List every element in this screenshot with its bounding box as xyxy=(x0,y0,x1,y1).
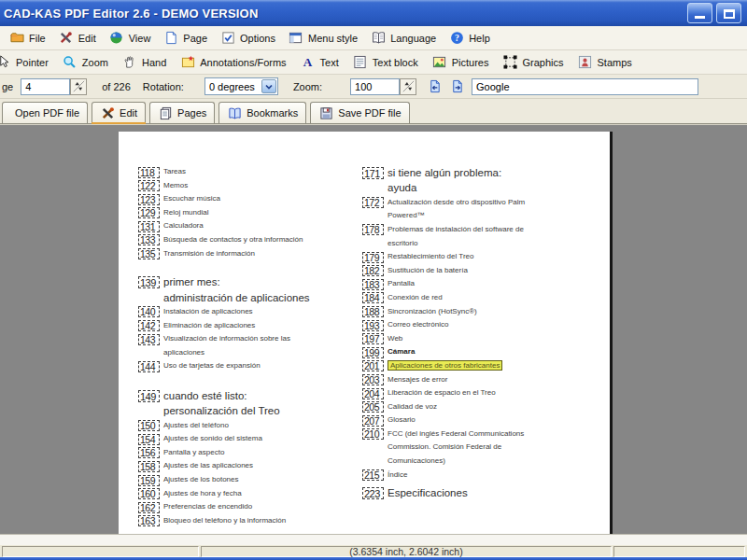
toc-page-link[interactable]: 188 xyxy=(362,306,384,317)
toc-page-link[interactable]: 171 xyxy=(362,167,384,179)
tool-pointer[interactable]: Pointer xyxy=(0,53,54,72)
menu-item-page[interactable]: Page xyxy=(160,29,215,48)
tab-save-pdf-file[interactable]: Save PDF file xyxy=(310,102,409,123)
search-input[interactable] xyxy=(472,78,698,95)
next-page-button[interactable] xyxy=(447,77,466,96)
toc-entry-text: Powered™ xyxy=(388,209,525,223)
toc-page-link[interactable]: 135 xyxy=(138,248,160,259)
page-number-input[interactable] xyxy=(21,78,70,95)
edit-tools-icon xyxy=(100,105,115,120)
zoom-input[interactable] xyxy=(350,78,400,95)
tool-text[interactable]: AText xyxy=(297,53,345,72)
toc-page-link[interactable]: 184 xyxy=(362,292,384,303)
toc-page-link[interactable]: 223 xyxy=(362,487,384,499)
toc-page-link[interactable]: 142 xyxy=(138,320,160,331)
page-count-label: of 226 xyxy=(102,81,131,92)
toc-page-link[interactable]: 204 xyxy=(362,388,384,399)
tab-open-pdf-file[interactable]: Open PDF file xyxy=(2,102,88,123)
tab-bookmarks[interactable]: Bookmarks xyxy=(218,102,306,123)
toc-page-link[interactable]: 159 xyxy=(138,475,160,486)
toc-page-link[interactable]: 183 xyxy=(362,279,384,290)
tool-stamps[interactable]: Stamps xyxy=(574,53,638,72)
menu-item-label: View xyxy=(129,33,151,44)
tab-pages[interactable]: Pages xyxy=(149,102,215,123)
toc-page-link[interactable]: 205 xyxy=(362,401,384,413)
prev-page-button[interactable] xyxy=(425,77,444,96)
menu-item-language[interactable]: Language xyxy=(367,29,444,48)
toc-entry-lines: primer mes:administración de aplicacione… xyxy=(163,274,310,305)
toc-entry-text: si tiene algún problema: xyxy=(388,165,501,180)
page-spinner-button[interactable] xyxy=(70,78,87,95)
toc-entry-text: Uso de tarjetas de expansión xyxy=(163,359,261,373)
toc-entry-text: Correo electrónico xyxy=(388,318,448,332)
zoom-spinner-button[interactable] xyxy=(400,78,416,95)
toc-page-link[interactable]: 143 xyxy=(138,334,160,345)
toc-page-link[interactable]: 144 xyxy=(138,361,160,372)
toc-page-link[interactable]: 118 xyxy=(138,167,160,178)
menu-item-label: Page xyxy=(183,33,207,44)
tool-zoom[interactable]: Zoom xyxy=(59,53,114,72)
minimize-button[interactable] xyxy=(687,3,712,23)
toc-page-link[interactable]: 131 xyxy=(138,221,160,232)
maximize-button[interactable] xyxy=(716,3,741,23)
title-bar[interactable]: CAD-KAS PDF Editor 2.6 - DEMO VERSION xyxy=(0,0,747,26)
tool-label: Stamps xyxy=(598,57,632,68)
tool-label: Graphics xyxy=(522,57,563,68)
toc-page-link[interactable]: 154 xyxy=(138,434,160,445)
text-block-icon xyxy=(353,55,368,70)
stamps-icon xyxy=(578,55,593,70)
menu-item-menu-style[interactable]: Menu style xyxy=(285,29,365,48)
toc-page-link[interactable]: 133 xyxy=(138,234,160,245)
toc-page-link[interactable]: 207 xyxy=(362,415,384,427)
tool-graphics[interactable]: Graphics xyxy=(499,53,569,72)
toc-page-link[interactable]: 150 xyxy=(138,420,160,431)
toc-entry-text: cuando esté listo: xyxy=(163,388,280,403)
tool-annotations-forms[interactable]: Annotations/Forms xyxy=(176,53,291,72)
toc-page-link[interactable]: 123 xyxy=(138,194,160,205)
toc-page-link[interactable]: 172 xyxy=(362,197,384,208)
toc-page-link[interactable]: 197 xyxy=(362,333,384,344)
tab-edit[interactable]: Edit xyxy=(92,102,146,123)
tools-toolbar: PointerZoomHandAnnotations/FormsATextTex… xyxy=(0,50,747,75)
toc-entry-text: Ajustes de los botones xyxy=(163,473,239,487)
toc-entry: 172Actualización desde otro dispositivo … xyxy=(362,196,598,223)
toc-page-link[interactable]: 182 xyxy=(362,265,384,276)
toc-page-link[interactable]: 215 xyxy=(362,469,384,481)
toc-page-link[interactable]: 158 xyxy=(138,461,160,472)
menu-item-view[interactable]: View xyxy=(106,29,159,48)
menu-item-file[interactable]: File xyxy=(6,29,53,48)
toc-entry-text: Bloqueo del teléfono y la información xyxy=(163,514,286,528)
dropdown-arrow-icon[interactable] xyxy=(261,79,276,93)
view-icon xyxy=(109,31,124,46)
toc-page-link[interactable]: 178 xyxy=(362,224,384,235)
toc-page-link[interactable]: 140 xyxy=(138,306,160,317)
menu-item-edit[interactable]: Edit xyxy=(55,29,104,48)
toc-page-link[interactable]: 122 xyxy=(138,180,160,191)
tool-pictures[interactable]: Pictures xyxy=(429,53,495,72)
toc-page-link[interactable]: 156 xyxy=(138,447,160,458)
toc-page-link[interactable]: 162 xyxy=(138,502,160,513)
toc-page-link[interactable]: 139 xyxy=(138,276,160,288)
toc-page-link[interactable]: 179 xyxy=(362,252,384,263)
toc-page-link[interactable]: 201 xyxy=(362,360,384,371)
menu-item-options[interactable]: Options xyxy=(217,29,283,48)
toc-page-link[interactable]: 199 xyxy=(362,347,384,358)
toc-entry: 193Correo electrónico xyxy=(362,318,598,332)
tool-hand[interactable]: Hand xyxy=(119,53,172,72)
toc-page-link[interactable]: 203 xyxy=(362,374,384,385)
toc-page-link[interactable]: 210 xyxy=(362,428,384,440)
toc-page-link[interactable]: 163 xyxy=(138,515,160,526)
toc-page-link[interactable]: 193 xyxy=(362,320,384,331)
help-icon: ? xyxy=(449,31,464,46)
menu-item-help[interactable]: ?Help xyxy=(445,29,498,48)
toc-page-link[interactable]: 129 xyxy=(138,207,160,218)
tool-text-block[interactable]: Text block xyxy=(349,53,424,72)
toc-page-link[interactable]: 160 xyxy=(138,488,160,499)
rotation-select[interactable]: 0 degrees xyxy=(204,77,278,95)
spinner-icon xyxy=(71,79,86,94)
horizontal-scrollbar[interactable] xyxy=(0,534,747,545)
document-area[interactable]: 118Tareas122Memos123Escuchar música129Re… xyxy=(0,124,747,534)
toc-entry-text: Reloj mundial xyxy=(163,206,208,220)
toc-page-link[interactable]: 149 xyxy=(138,390,160,402)
menu-item-label: Edit xyxy=(78,33,96,44)
